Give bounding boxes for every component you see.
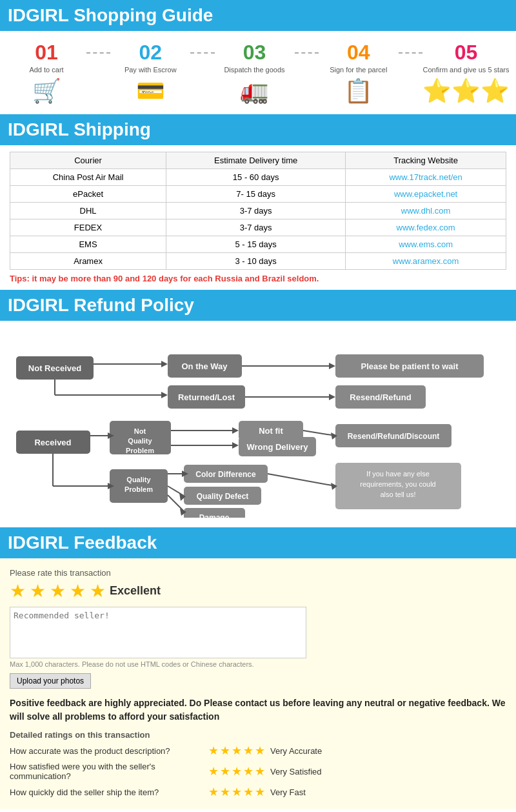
detailed-ratings-label: Detailed ratings on this transaction bbox=[10, 730, 506, 740]
star-3: ★ bbox=[50, 580, 66, 602]
website-cell: www.ems.com bbox=[346, 236, 506, 253]
tracking-link[interactable]: www.fedex.com bbox=[397, 223, 455, 232]
step-4: 04 Sign for the parcel 📋 bbox=[319, 41, 399, 105]
rating-row-1: How accurate was the product description… bbox=[10, 744, 506, 758]
connector-4 bbox=[399, 52, 422, 54]
time-cell: 3-7 days bbox=[166, 203, 346, 219]
step-1-icon: 🛒 bbox=[32, 77, 61, 105]
rating-stars-3: ★★★★★ bbox=[208, 785, 265, 799]
shipping-tips: Tips: it may be more than 90 and 120 day… bbox=[10, 274, 506, 283]
svg-text:Not Received: Not Received bbox=[28, 363, 81, 373]
svg-text:Problem: Problem bbox=[124, 485, 153, 493]
step-1: 01 Add to cart 🛒 bbox=[6, 41, 86, 105]
rating-stars-2: ★★★★★ bbox=[208, 764, 265, 778]
svg-marker-12 bbox=[161, 392, 168, 398]
step-5: 05 Confirm and give us 5 stars ⭐⭐⭐ bbox=[422, 41, 510, 105]
time-cell: 3 - 10 days bbox=[166, 253, 346, 270]
website-cell: www.epacket.net bbox=[346, 186, 506, 203]
svg-text:Please be patient to wait: Please be patient to wait bbox=[361, 361, 459, 371]
steps-container: 01 Add to cart 🛒 02 Pay with Escrow 💳 03… bbox=[6, 37, 510, 108]
svg-text:also tell us!: also tell us! bbox=[380, 491, 415, 498]
feedback-header: IDGIRL Feedback bbox=[0, 527, 516, 558]
col-time: Estimate Delivery time bbox=[166, 152, 346, 169]
feedback-textarea[interactable] bbox=[10, 607, 306, 658]
tracking-link[interactable]: www.dhl.com bbox=[401, 206, 451, 216]
svg-marker-32 bbox=[232, 442, 239, 449]
svg-text:Resend/Refund: Resend/Refund bbox=[350, 392, 411, 402]
step-2-icon: 💳 bbox=[136, 77, 165, 105]
step-1-label: Add to cart bbox=[29, 66, 63, 74]
char-limit: Max 1,000 characters. Please do not use … bbox=[10, 660, 506, 668]
step-2: 02 Pay with Escrow 💳 bbox=[110, 41, 190, 105]
step-4-label: Sign for the parcel bbox=[330, 66, 387, 74]
step-5-label: Confirm and give us 5 stars bbox=[423, 66, 510, 74]
table-row: EMS5 - 15 dayswww.ems.com bbox=[10, 236, 506, 253]
courier-cell: China Post Air Mail bbox=[10, 169, 166, 186]
positive-feedback-text: Positive feedback are highly appreciated… bbox=[10, 696, 506, 724]
rating-label-2: Very Satisfied bbox=[270, 767, 322, 776]
tracking-link[interactable]: www.17track.net/en bbox=[389, 172, 462, 182]
table-row: FEDEX3-7 dayswww.fedex.com bbox=[10, 219, 506, 236]
svg-text:Quality: Quality bbox=[128, 437, 152, 445]
svg-text:Received: Received bbox=[34, 438, 71, 447]
svg-marker-3 bbox=[161, 361, 168, 367]
feedback-section: Please rate this transaction ★ ★ ★ ★ ★ E… bbox=[0, 558, 516, 809]
courier-cell: Aramex bbox=[10, 253, 166, 270]
refund-header: IDGIRL Refund Policy bbox=[0, 290, 516, 321]
svg-text:Color Difference: Color Difference bbox=[195, 470, 256, 479]
tracking-link[interactable]: www.epacket.net bbox=[394, 189, 457, 199]
svg-text:Not: Not bbox=[134, 427, 146, 435]
time-cell: 15 - 60 days bbox=[166, 169, 346, 186]
refund-section: Not Received On the Way Please be patien… bbox=[0, 321, 516, 527]
shopping-guide-section: 01 Add to cart 🛒 02 Pay with Escrow 💳 03… bbox=[0, 31, 516, 114]
courier-cell: FEDEX bbox=[10, 219, 166, 236]
time-cell: 5 - 15 days bbox=[166, 236, 346, 253]
table-row: DHL3-7 dayswww.dhl.com bbox=[10, 203, 506, 219]
rating-stars-1: ★★★★★ bbox=[208, 744, 265, 758]
star-4: ★ bbox=[70, 580, 86, 602]
step-3-label: Dispatch the goods bbox=[224, 66, 284, 74]
svg-text:Returned/Lost: Returned/Lost bbox=[178, 392, 235, 402]
rate-label: Please rate this transaction bbox=[10, 568, 506, 578]
shipping-header: IDGIRL Shipping bbox=[0, 114, 516, 145]
svg-text:Wrong Delivery: Wrong Delivery bbox=[246, 442, 308, 452]
table-row: China Post Air Mail15 - 60 dayswww.17tra… bbox=[10, 169, 506, 186]
connector-1 bbox=[86, 52, 110, 54]
rating-question-1: How accurate was the product description… bbox=[10, 746, 203, 756]
rating-question-3: How quickly did the seller ship the item… bbox=[10, 787, 203, 797]
tracking-link[interactable]: www.aramex.com bbox=[393, 256, 459, 266]
star-2: ★ bbox=[30, 580, 46, 602]
svg-marker-28 bbox=[232, 427, 239, 434]
step-1-num: 01 bbox=[35, 41, 58, 65]
step-4-icon: 📋 bbox=[344, 77, 373, 105]
col-courier: Courier bbox=[10, 152, 166, 169]
rating-row-3: How quickly did the seller ship the item… bbox=[10, 785, 506, 799]
upload-button[interactable]: Upload your photos bbox=[10, 673, 91, 689]
connector-3 bbox=[295, 52, 319, 54]
website-cell: www.17track.net/en bbox=[346, 169, 506, 186]
excellent-label: Excellent bbox=[110, 584, 161, 598]
step-5-num: 05 bbox=[455, 41, 478, 65]
rating-question-2: How satisfied were you with the seller's… bbox=[10, 762, 203, 781]
svg-marker-16 bbox=[329, 394, 335, 400]
time-cell: 7- 15 days bbox=[166, 186, 346, 203]
step-3-icon: 🚛 bbox=[240, 77, 269, 105]
refund-diagram: Not Received On the Way Please be patien… bbox=[10, 330, 506, 518]
step-3: 03 Dispatch the goods 🚛 bbox=[215, 41, 295, 105]
website-cell: www.fedex.com bbox=[346, 219, 506, 236]
connector-2 bbox=[190, 52, 214, 54]
svg-line-61 bbox=[268, 474, 335, 486]
step-4-num: 04 bbox=[347, 41, 370, 65]
tracking-link[interactable]: www.ems.com bbox=[399, 239, 453, 249]
stars-row: ★ ★ ★ ★ ★ Excellent bbox=[10, 580, 506, 602]
star-5: ★ bbox=[90, 580, 106, 602]
svg-marker-7 bbox=[329, 363, 335, 369]
rating-row-2: How satisfied were you with the seller's… bbox=[10, 762, 506, 781]
courier-cell: DHL bbox=[10, 203, 166, 219]
svg-text:Resend/Refund/Discount: Resend/Refund/Discount bbox=[348, 432, 440, 441]
time-cell: 3-7 days bbox=[166, 219, 346, 236]
svg-text:On the Way: On the Way bbox=[181, 361, 228, 371]
step-2-num: 02 bbox=[139, 41, 162, 65]
table-row: Aramex3 - 10 dayswww.aramex.com bbox=[10, 253, 506, 270]
svg-text:requirements, you could: requirements, you could bbox=[360, 480, 435, 488]
